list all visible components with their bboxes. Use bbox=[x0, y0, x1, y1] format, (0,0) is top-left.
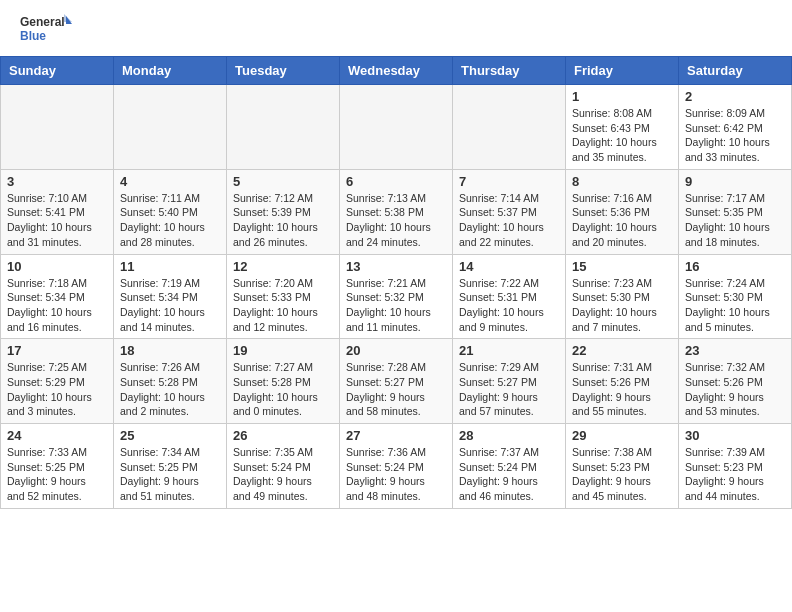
calendar-week-5: 24Sunrise: 7:33 AM Sunset: 5:25 PM Dayli… bbox=[1, 424, 792, 509]
svg-text:General: General bbox=[20, 15, 65, 29]
day-info: Sunrise: 7:22 AM Sunset: 5:31 PM Dayligh… bbox=[459, 276, 559, 335]
day-info: Sunrise: 8:08 AM Sunset: 6:43 PM Dayligh… bbox=[572, 106, 672, 165]
day-info: Sunrise: 7:18 AM Sunset: 5:34 PM Dayligh… bbox=[7, 276, 107, 335]
calendar-cell: 11Sunrise: 7:19 AM Sunset: 5:34 PM Dayli… bbox=[114, 254, 227, 339]
day-number: 26 bbox=[233, 428, 333, 443]
calendar-cell: 9Sunrise: 7:17 AM Sunset: 5:35 PM Daylig… bbox=[679, 169, 792, 254]
calendar-cell: 13Sunrise: 7:21 AM Sunset: 5:32 PM Dayli… bbox=[340, 254, 453, 339]
day-info: Sunrise: 7:20 AM Sunset: 5:33 PM Dayligh… bbox=[233, 276, 333, 335]
calendar-cell: 21Sunrise: 7:29 AM Sunset: 5:27 PM Dayli… bbox=[453, 339, 566, 424]
header-wednesday: Wednesday bbox=[340, 57, 453, 85]
day-info: Sunrise: 7:24 AM Sunset: 5:30 PM Dayligh… bbox=[685, 276, 785, 335]
page-header: General Blue bbox=[0, 0, 792, 52]
calendar-cell: 26Sunrise: 7:35 AM Sunset: 5:24 PM Dayli… bbox=[227, 424, 340, 509]
calendar-cell: 28Sunrise: 7:37 AM Sunset: 5:24 PM Dayli… bbox=[453, 424, 566, 509]
day-number: 13 bbox=[346, 259, 446, 274]
day-info: Sunrise: 7:25 AM Sunset: 5:29 PM Dayligh… bbox=[7, 360, 107, 419]
header-saturday: Saturday bbox=[679, 57, 792, 85]
day-number: 2 bbox=[685, 89, 785, 104]
calendar-cell: 24Sunrise: 7:33 AM Sunset: 5:25 PM Dayli… bbox=[1, 424, 114, 509]
svg-text:Blue: Blue bbox=[20, 29, 46, 43]
day-number: 24 bbox=[7, 428, 107, 443]
day-number: 16 bbox=[685, 259, 785, 274]
calendar-cell bbox=[340, 85, 453, 170]
header-sunday: Sunday bbox=[1, 57, 114, 85]
calendar-cell: 23Sunrise: 7:32 AM Sunset: 5:26 PM Dayli… bbox=[679, 339, 792, 424]
calendar-cell bbox=[114, 85, 227, 170]
calendar-cell: 7Sunrise: 7:14 AM Sunset: 5:37 PM Daylig… bbox=[453, 169, 566, 254]
day-info: Sunrise: 7:21 AM Sunset: 5:32 PM Dayligh… bbox=[346, 276, 446, 335]
calendar-cell: 5Sunrise: 7:12 AM Sunset: 5:39 PM Daylig… bbox=[227, 169, 340, 254]
calendar-cell: 3Sunrise: 7:10 AM Sunset: 5:41 PM Daylig… bbox=[1, 169, 114, 254]
calendar-cell: 2Sunrise: 8:09 AM Sunset: 6:42 PM Daylig… bbox=[679, 85, 792, 170]
day-info: Sunrise: 7:19 AM Sunset: 5:34 PM Dayligh… bbox=[120, 276, 220, 335]
calendar-cell: 17Sunrise: 7:25 AM Sunset: 5:29 PM Dayli… bbox=[1, 339, 114, 424]
day-info: Sunrise: 7:31 AM Sunset: 5:26 PM Dayligh… bbox=[572, 360, 672, 419]
day-info: Sunrise: 7:27 AM Sunset: 5:28 PM Dayligh… bbox=[233, 360, 333, 419]
day-info: Sunrise: 7:23 AM Sunset: 5:30 PM Dayligh… bbox=[572, 276, 672, 335]
day-number: 9 bbox=[685, 174, 785, 189]
calendar-cell: 4Sunrise: 7:11 AM Sunset: 5:40 PM Daylig… bbox=[114, 169, 227, 254]
calendar-week-1: 1Sunrise: 8:08 AM Sunset: 6:43 PM Daylig… bbox=[1, 85, 792, 170]
day-number: 5 bbox=[233, 174, 333, 189]
header-monday: Monday bbox=[114, 57, 227, 85]
header-tuesday: Tuesday bbox=[227, 57, 340, 85]
calendar-cell: 22Sunrise: 7:31 AM Sunset: 5:26 PM Dayli… bbox=[566, 339, 679, 424]
calendar-week-2: 3Sunrise: 7:10 AM Sunset: 5:41 PM Daylig… bbox=[1, 169, 792, 254]
day-info: Sunrise: 7:33 AM Sunset: 5:25 PM Dayligh… bbox=[7, 445, 107, 504]
day-number: 18 bbox=[120, 343, 220, 358]
calendar-header-row: SundayMondayTuesdayWednesdayThursdayFrid… bbox=[1, 57, 792, 85]
calendar-cell: 16Sunrise: 7:24 AM Sunset: 5:30 PM Dayli… bbox=[679, 254, 792, 339]
day-number: 7 bbox=[459, 174, 559, 189]
day-number: 25 bbox=[120, 428, 220, 443]
calendar-cell: 8Sunrise: 7:16 AM Sunset: 5:36 PM Daylig… bbox=[566, 169, 679, 254]
day-info: Sunrise: 7:37 AM Sunset: 5:24 PM Dayligh… bbox=[459, 445, 559, 504]
day-info: Sunrise: 7:28 AM Sunset: 5:27 PM Dayligh… bbox=[346, 360, 446, 419]
calendar-cell: 18Sunrise: 7:26 AM Sunset: 5:28 PM Dayli… bbox=[114, 339, 227, 424]
day-number: 15 bbox=[572, 259, 672, 274]
calendar-cell bbox=[453, 85, 566, 170]
day-number: 20 bbox=[346, 343, 446, 358]
day-info: Sunrise: 7:39 AM Sunset: 5:23 PM Dayligh… bbox=[685, 445, 785, 504]
day-number: 4 bbox=[120, 174, 220, 189]
day-info: Sunrise: 7:12 AM Sunset: 5:39 PM Dayligh… bbox=[233, 191, 333, 250]
day-info: Sunrise: 7:10 AM Sunset: 5:41 PM Dayligh… bbox=[7, 191, 107, 250]
calendar-cell: 15Sunrise: 7:23 AM Sunset: 5:30 PM Dayli… bbox=[566, 254, 679, 339]
day-number: 14 bbox=[459, 259, 559, 274]
day-info: Sunrise: 7:34 AM Sunset: 5:25 PM Dayligh… bbox=[120, 445, 220, 504]
calendar-cell: 25Sunrise: 7:34 AM Sunset: 5:25 PM Dayli… bbox=[114, 424, 227, 509]
svg-marker-3 bbox=[64, 14, 72, 22]
calendar-cell bbox=[227, 85, 340, 170]
day-info: Sunrise: 7:32 AM Sunset: 5:26 PM Dayligh… bbox=[685, 360, 785, 419]
day-number: 19 bbox=[233, 343, 333, 358]
calendar-cell: 29Sunrise: 7:38 AM Sunset: 5:23 PM Dayli… bbox=[566, 424, 679, 509]
day-number: 28 bbox=[459, 428, 559, 443]
calendar-week-4: 17Sunrise: 7:25 AM Sunset: 5:29 PM Dayli… bbox=[1, 339, 792, 424]
header-friday: Friday bbox=[566, 57, 679, 85]
calendar-cell: 27Sunrise: 7:36 AM Sunset: 5:24 PM Dayli… bbox=[340, 424, 453, 509]
calendar-cell: 14Sunrise: 7:22 AM Sunset: 5:31 PM Dayli… bbox=[453, 254, 566, 339]
day-number: 21 bbox=[459, 343, 559, 358]
logo: General Blue bbox=[20, 12, 72, 46]
calendar-cell: 1Sunrise: 8:08 AM Sunset: 6:43 PM Daylig… bbox=[566, 85, 679, 170]
calendar-cell: 10Sunrise: 7:18 AM Sunset: 5:34 PM Dayli… bbox=[1, 254, 114, 339]
header-thursday: Thursday bbox=[453, 57, 566, 85]
day-info: Sunrise: 7:26 AM Sunset: 5:28 PM Dayligh… bbox=[120, 360, 220, 419]
day-number: 1 bbox=[572, 89, 672, 104]
calendar-cell: 19Sunrise: 7:27 AM Sunset: 5:28 PM Dayli… bbox=[227, 339, 340, 424]
day-info: Sunrise: 7:38 AM Sunset: 5:23 PM Dayligh… bbox=[572, 445, 672, 504]
day-number: 23 bbox=[685, 343, 785, 358]
day-number: 22 bbox=[572, 343, 672, 358]
day-number: 30 bbox=[685, 428, 785, 443]
calendar-cell bbox=[1, 85, 114, 170]
calendar-cell: 6Sunrise: 7:13 AM Sunset: 5:38 PM Daylig… bbox=[340, 169, 453, 254]
calendar-cell: 12Sunrise: 7:20 AM Sunset: 5:33 PM Dayli… bbox=[227, 254, 340, 339]
day-number: 27 bbox=[346, 428, 446, 443]
day-number: 12 bbox=[233, 259, 333, 274]
day-info: Sunrise: 7:11 AM Sunset: 5:40 PM Dayligh… bbox=[120, 191, 220, 250]
day-info: Sunrise: 7:17 AM Sunset: 5:35 PM Dayligh… bbox=[685, 191, 785, 250]
day-number: 3 bbox=[7, 174, 107, 189]
calendar-week-3: 10Sunrise: 7:18 AM Sunset: 5:34 PM Dayli… bbox=[1, 254, 792, 339]
day-info: Sunrise: 7:29 AM Sunset: 5:27 PM Dayligh… bbox=[459, 360, 559, 419]
calendar-cell: 20Sunrise: 7:28 AM Sunset: 5:27 PM Dayli… bbox=[340, 339, 453, 424]
